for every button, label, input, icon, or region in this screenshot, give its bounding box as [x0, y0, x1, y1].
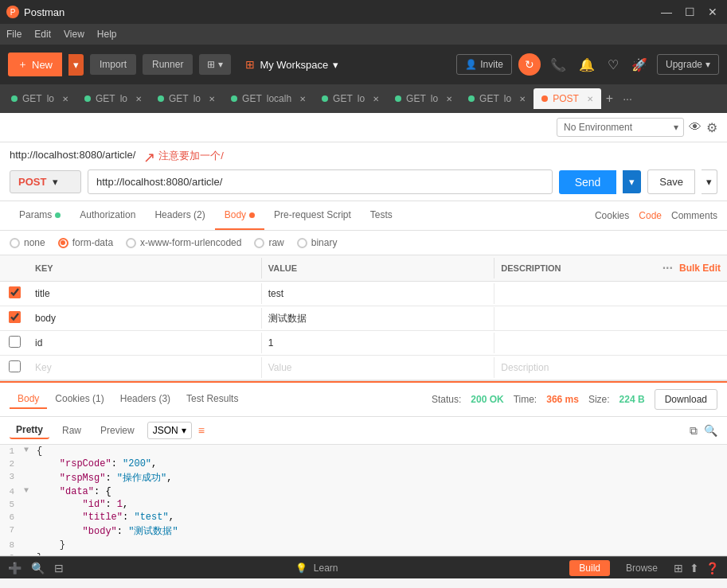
new-button[interactable]: ＋ New — [8, 53, 62, 76]
tab-get-7[interactable]: GET lo ✕ — [460, 88, 534, 109]
save-button[interactable]: Save — [647, 169, 695, 194]
body-types-bar: none form-data x-www-form-urlencoded raw… — [0, 231, 727, 255]
expand-1[interactable]: ▼ — [24, 446, 37, 454]
req-tab-tests[interactable]: Tests — [361, 201, 402, 230]
tab-get-2[interactable]: GET lo ✕ — [76, 88, 150, 109]
req-tab-params[interactable]: Params — [10, 201, 70, 230]
env-eye-button[interactable]: 👁 — [689, 120, 702, 134]
close-button[interactable]: ✕ — [705, 6, 721, 18]
dots-menu-button[interactable]: ··· — [663, 261, 673, 275]
copy-icon-button[interactable]: ⧉ — [690, 424, 698, 438]
phone-icon-button[interactable]: 📞 — [547, 54, 569, 76]
learn-label[interactable]: Learn — [314, 563, 338, 574]
tab-close-7[interactable]: ✕ — [519, 95, 526, 103]
workspace-button[interactable]: ⊞ My Workspace ▾ — [237, 53, 346, 76]
table-header: KEY VALUE DESCRIPTION ··· Bulk Edit — [0, 255, 727, 282]
tab-get-5[interactable]: GET lo ✕ — [314, 88, 387, 109]
tab-close-1[interactable]: ✕ — [62, 95, 68, 103]
format-right: ⧉ 🔍 — [690, 424, 717, 438]
sync-button[interactable]: ↻ — [518, 53, 541, 76]
req-tab-headers[interactable]: Headers (2) — [145, 201, 214, 230]
search-icon-button[interactable]: 🔍 — [704, 424, 717, 438]
tab-close-6[interactable]: ✕ — [446, 95, 452, 103]
resp-tab-body[interactable]: Body — [10, 390, 47, 409]
download-button[interactable]: Download — [655, 389, 717, 410]
body-type-none[interactable]: none — [10, 237, 45, 248]
json-line-7: 7 "body": "测试数据" — [0, 524, 727, 539]
statusbar-add-button[interactable]: ➕ — [8, 562, 21, 574]
statusbar-bulb-icon: 💡 — [295, 563, 307, 574]
send-button[interactable]: Send — [559, 170, 617, 194]
runner-button[interactable]: Runner — [143, 54, 193, 75]
tab-add-button[interactable]: + — [601, 92, 618, 106]
body-type-urlencoded[interactable]: x-www-form-urlencoded — [126, 237, 241, 248]
format-preview-button[interactable]: Preview — [94, 423, 141, 438]
rocket-icon-button[interactable]: 🚀 — [628, 54, 651, 76]
body-type-formdata[interactable]: form-data — [58, 237, 113, 248]
statusbar-search-button[interactable]: 🔍 — [31, 562, 45, 574]
titlebar-left: P Postman — [6, 6, 64, 18]
layout-button[interactable]: ⊞ ▾ — [199, 54, 231, 75]
menu-view[interactable]: View — [64, 29, 84, 40]
resp-tab-headers[interactable]: Headers (3) — [112, 390, 178, 409]
tab-get-3[interactable]: GET lo ✕ — [150, 88, 223, 109]
row3-checkbox[interactable] — [9, 336, 21, 348]
expand-4[interactable]: ▼ — [24, 486, 37, 495]
tab-close-3[interactable]: ✕ — [209, 95, 215, 103]
tab-get-1[interactable]: GET lo ✕ — [3, 88, 76, 109]
req-tab-body[interactable]: Body — [215, 201, 264, 230]
statusbar-upload-button[interactable]: ⬆ — [690, 562, 699, 574]
tab-close-4[interactable]: ✕ — [299, 95, 306, 103]
save-dropdown-button[interactable]: ▾ — [702, 169, 717, 194]
tab-close-post[interactable]: ✕ — [587, 95, 593, 103]
env-gear-button[interactable]: ⚙ — [706, 120, 717, 135]
plus-icon: ＋ — [18, 57, 28, 72]
format-raw-button[interactable]: Raw — [56, 423, 88, 438]
row4-desc: Description — [494, 357, 727, 378]
comments-link[interactable]: Comments — [671, 210, 717, 221]
notification-icon-button[interactable]: 🔔 — [576, 54, 598, 76]
maximize-button[interactable]: ☐ — [682, 6, 698, 18]
menu-help[interactable]: Help — [97, 29, 117, 40]
method-selector[interactable]: POST ▾ — [10, 170, 81, 193]
row4-checkbox[interactable] — [9, 360, 21, 372]
tab-close-2[interactable]: ✕ — [135, 95, 142, 103]
row1-checkbox[interactable] — [9, 286, 21, 298]
tab-post-active[interactable]: POST ✕ — [534, 88, 601, 109]
code-link[interactable]: Code — [639, 210, 662, 221]
send-dropdown-button[interactable]: ▾ — [623, 170, 641, 193]
resp-tab-cookies[interactable]: Cookies (1) — [47, 390, 111, 409]
statusbar-layout-button[interactable]: ⊟ — [54, 562, 64, 574]
tab-more-button[interactable]: ··· — [618, 92, 637, 105]
format-type-selector[interactable]: JSON ▾ — [147, 422, 192, 439]
req-tab-prerequest[interactable]: Pre-request Script — [264, 201, 361, 230]
invite-button[interactable]: 👤 Invite — [456, 54, 512, 75]
new-dropdown-button[interactable]: ▾ — [68, 54, 84, 76]
browse-button[interactable]: Browse — [616, 560, 667, 576]
row2-checkbox[interactable] — [9, 311, 21, 323]
minimize-button[interactable]: — — [658, 6, 675, 18]
env-selector[interactable]: No Environment ▾ — [557, 118, 684, 137]
statusbar-grid-button[interactable]: ⊞ — [674, 562, 683, 574]
tab-close-5[interactable]: ✕ — [373, 95, 379, 103]
body-dot — [249, 212, 255, 218]
body-type-binary[interactable]: binary — [297, 237, 338, 248]
resp-tab-testresults[interactable]: Test Results — [178, 390, 246, 409]
statusbar-help-button[interactable]: ❓ — [706, 562, 719, 574]
import-button[interactable]: Import — [90, 54, 136, 75]
build-button[interactable]: Build — [569, 560, 610, 576]
menu-file[interactable]: File — [6, 29, 21, 40]
req-tab-authorization[interactable]: Authorization — [70, 201, 145, 230]
wrap-icon[interactable]: ≡ — [198, 424, 205, 437]
cookies-link[interactable]: Cookies — [595, 210, 629, 221]
tab-get-4[interactable]: GET localh ✕ — [223, 88, 314, 109]
heart-icon-button[interactable]: ♡ — [604, 54, 622, 76]
menu-edit[interactable]: Edit — [34, 29, 51, 40]
format-pretty-button[interactable]: Pretty — [10, 422, 49, 439]
tab-method-5: GET — [333, 93, 353, 104]
url-input[interactable] — [88, 169, 553, 194]
body-type-raw[interactable]: raw — [254, 237, 283, 248]
bulk-edit-button[interactable]: Bulk Edit — [679, 263, 721, 274]
tab-get-6[interactable]: GET lo ✕ — [387, 88, 460, 109]
upgrade-button[interactable]: Upgrade ▾ — [657, 54, 719, 75]
